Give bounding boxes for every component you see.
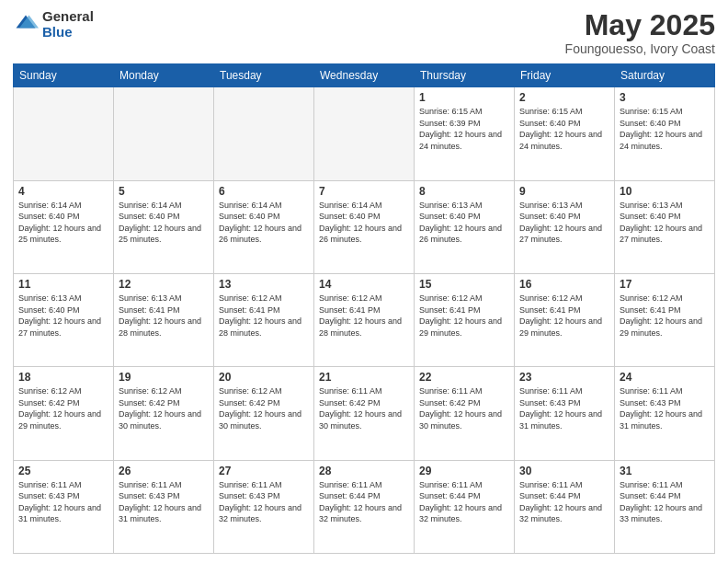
calendar-week-row: 18Sunrise: 6:12 AM Sunset: 6:42 PM Dayli…: [14, 367, 715, 460]
calendar-cell: 30Sunrise: 6:11 AM Sunset: 6:44 PM Dayli…: [515, 460, 615, 553]
calendar-week-row: 1Sunrise: 6:15 AM Sunset: 6:39 PM Daylig…: [14, 87, 715, 180]
day-number: 11: [18, 278, 108, 291]
day-info: Sunrise: 6:13 AM Sunset: 6:40 PM Dayligh…: [519, 200, 609, 246]
logo-icon: [13, 12, 39, 38]
day-number: 30: [519, 465, 609, 477]
calendar-cell: 3Sunrise: 6:15 AM Sunset: 6:40 PM Daylig…: [615, 87, 715, 180]
day-number: 5: [119, 185, 209, 198]
day-info: Sunrise: 6:11 AM Sunset: 6:43 PM Dayligh…: [519, 385, 609, 431]
calendar-header-thursday: Thursday: [415, 64, 515, 87]
day-info: Sunrise: 6:11 AM Sunset: 6:42 PM Dayligh…: [419, 385, 509, 431]
calendar-cell: 20Sunrise: 6:12 AM Sunset: 6:42 PM Dayli…: [214, 367, 314, 460]
day-number: 21: [319, 371, 409, 384]
calendar-cell: 26Sunrise: 6:11 AM Sunset: 6:43 PM Dayli…: [114, 460, 214, 553]
calendar-cell: [314, 87, 415, 180]
day-number: 29: [419, 465, 509, 477]
calendar-cell: 5Sunrise: 6:14 AM Sunset: 6:40 PM Daylig…: [114, 180, 214, 273]
day-info: Sunrise: 6:11 AM Sunset: 6:43 PM Dayligh…: [18, 479, 108, 525]
day-info: Sunrise: 6:12 AM Sunset: 6:42 PM Dayligh…: [119, 385, 209, 431]
day-number: 9: [519, 185, 609, 198]
calendar-header-row: SundayMondayTuesdayWednesdayThursdayFrid…: [14, 64, 715, 87]
day-number: 1: [419, 91, 509, 104]
calendar-cell: [214, 87, 314, 180]
calendar-header-sunday: Sunday: [14, 64, 114, 87]
day-number: 31: [620, 465, 710, 477]
day-info: Sunrise: 6:14 AM Sunset: 6:40 PM Dayligh…: [119, 200, 209, 246]
day-info: Sunrise: 6:11 AM Sunset: 6:43 PM Dayligh…: [620, 385, 710, 431]
day-number: 23: [519, 371, 609, 384]
calendar-header-saturday: Saturday: [615, 64, 715, 87]
day-info: Sunrise: 6:14 AM Sunset: 6:40 PM Dayligh…: [18, 200, 108, 246]
calendar-week-row: 11Sunrise: 6:13 AM Sunset: 6:40 PM Dayli…: [14, 273, 715, 366]
day-info: Sunrise: 6:11 AM Sunset: 6:42 PM Dayligh…: [319, 385, 409, 431]
calendar-cell: 29Sunrise: 6:11 AM Sunset: 6:44 PM Dayli…: [415, 460, 515, 553]
day-info: Sunrise: 6:13 AM Sunset: 6:40 PM Dayligh…: [419, 200, 509, 246]
day-number: 14: [319, 278, 409, 291]
day-info: Sunrise: 6:11 AM Sunset: 6:44 PM Dayligh…: [419, 479, 509, 525]
calendar-cell: 13Sunrise: 6:12 AM Sunset: 6:41 PM Dayli…: [214, 273, 314, 366]
day-info: Sunrise: 6:11 AM Sunset: 6:43 PM Dayligh…: [219, 479, 309, 525]
day-number: 6: [219, 185, 309, 198]
calendar-header-monday: Monday: [114, 64, 214, 87]
day-info: Sunrise: 6:13 AM Sunset: 6:40 PM Dayligh…: [18, 293, 108, 339]
day-info: Sunrise: 6:11 AM Sunset: 6:44 PM Dayligh…: [519, 479, 609, 525]
day-info: Sunrise: 6:12 AM Sunset: 6:42 PM Dayligh…: [18, 385, 108, 431]
day-info: Sunrise: 6:13 AM Sunset: 6:41 PM Dayligh…: [119, 293, 209, 339]
calendar-cell: 10Sunrise: 6:13 AM Sunset: 6:40 PM Dayli…: [615, 180, 715, 273]
day-number: 3: [620, 91, 710, 104]
day-number: 8: [419, 185, 509, 198]
calendar-cell: 23Sunrise: 6:11 AM Sunset: 6:43 PM Dayli…: [515, 367, 615, 460]
calendar-cell: 15Sunrise: 6:12 AM Sunset: 6:41 PM Dayli…: [415, 273, 515, 366]
day-number: 25: [18, 465, 108, 477]
calendar-cell: 21Sunrise: 6:11 AM Sunset: 6:42 PM Dayli…: [314, 367, 415, 460]
day-info: Sunrise: 6:15 AM Sunset: 6:39 PM Dayligh…: [419, 106, 509, 152]
calendar-cell: 24Sunrise: 6:11 AM Sunset: 6:43 PM Dayli…: [615, 367, 715, 460]
day-info: Sunrise: 6:11 AM Sunset: 6:44 PM Dayligh…: [620, 479, 710, 525]
calendar-week-row: 4Sunrise: 6:14 AM Sunset: 6:40 PM Daylig…: [14, 180, 715, 273]
calendar-cell: 17Sunrise: 6:12 AM Sunset: 6:41 PM Dayli…: [615, 273, 715, 366]
day-number: 18: [18, 371, 108, 384]
day-number: 24: [620, 371, 710, 384]
calendar-cell: 9Sunrise: 6:13 AM Sunset: 6:40 PM Daylig…: [515, 180, 615, 273]
calendar-week-row: 25Sunrise: 6:11 AM Sunset: 6:43 PM Dayli…: [14, 460, 715, 553]
day-info: Sunrise: 6:12 AM Sunset: 6:41 PM Dayligh…: [620, 293, 710, 339]
calendar-cell: [14, 87, 114, 180]
day-info: Sunrise: 6:13 AM Sunset: 6:40 PM Dayligh…: [620, 200, 710, 246]
calendar-cell: 16Sunrise: 6:12 AM Sunset: 6:41 PM Dayli…: [515, 273, 615, 366]
calendar-cell: 4Sunrise: 6:14 AM Sunset: 6:40 PM Daylig…: [14, 180, 114, 273]
day-number: 22: [419, 371, 509, 384]
calendar-cell: 18Sunrise: 6:12 AM Sunset: 6:42 PM Dayli…: [14, 367, 114, 460]
day-info: Sunrise: 6:15 AM Sunset: 6:40 PM Dayligh…: [519, 106, 609, 152]
calendar-cell: 31Sunrise: 6:11 AM Sunset: 6:44 PM Dayli…: [615, 460, 715, 553]
day-info: Sunrise: 6:12 AM Sunset: 6:41 PM Dayligh…: [319, 293, 409, 339]
day-number: 16: [519, 278, 609, 291]
header: General Blue May 2025 Foungouesso, Ivory…: [13, 9, 715, 56]
calendar-cell: [114, 87, 214, 180]
calendar-cell: 6Sunrise: 6:14 AM Sunset: 6:40 PM Daylig…: [214, 180, 314, 273]
calendar-header-wednesday: Wednesday: [314, 64, 415, 87]
logo-general: General: [42, 9, 94, 25]
day-info: Sunrise: 6:12 AM Sunset: 6:41 PM Dayligh…: [519, 293, 609, 339]
day-number: 10: [620, 185, 710, 198]
calendar-cell: 1Sunrise: 6:15 AM Sunset: 6:39 PM Daylig…: [415, 87, 515, 180]
day-number: 27: [219, 465, 309, 477]
day-number: 28: [319, 465, 409, 477]
logo-text: General Blue: [42, 9, 94, 40]
day-number: 19: [119, 371, 209, 384]
calendar-cell: 27Sunrise: 6:11 AM Sunset: 6:43 PM Dayli…: [214, 460, 314, 553]
day-number: 4: [18, 185, 108, 198]
main-title: May 2025: [565, 9, 715, 41]
calendar-cell: 7Sunrise: 6:14 AM Sunset: 6:40 PM Daylig…: [314, 180, 415, 273]
title-section: May 2025 Foungouesso, Ivory Coast: [565, 9, 715, 56]
day-number: 13: [219, 278, 309, 291]
day-number: 15: [419, 278, 509, 291]
calendar-header-tuesday: Tuesday: [214, 64, 314, 87]
calendar-cell: 11Sunrise: 6:13 AM Sunset: 6:40 PM Dayli…: [14, 273, 114, 366]
subtitle: Foungouesso, Ivory Coast: [565, 41, 715, 56]
calendar-cell: 8Sunrise: 6:13 AM Sunset: 6:40 PM Daylig…: [415, 180, 515, 273]
day-number: 2: [519, 91, 609, 104]
day-number: 20: [219, 371, 309, 384]
day-number: 7: [319, 185, 409, 198]
day-number: 17: [620, 278, 710, 291]
calendar-cell: 14Sunrise: 6:12 AM Sunset: 6:41 PM Dayli…: [314, 273, 415, 366]
